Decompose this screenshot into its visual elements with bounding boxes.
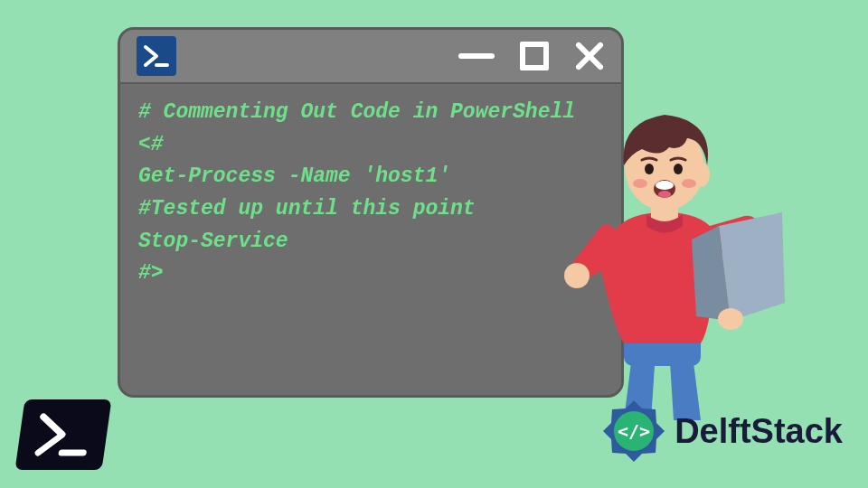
svg-point-6 <box>645 164 654 174</box>
delftstack-badge-icon: </> <box>600 398 667 465</box>
window-controls <box>458 41 605 71</box>
svg-point-8 <box>633 179 647 188</box>
svg-point-7 <box>674 164 683 174</box>
svg-point-12 <box>658 191 671 198</box>
svg-point-2 <box>564 263 590 288</box>
maximize-icon[interactable] <box>520 42 549 70</box>
svg-text:</>: </> <box>618 420 650 442</box>
window-titlebar <box>120 30 621 84</box>
svg-point-9 <box>682 179 696 188</box>
svg-point-11 <box>656 181 674 190</box>
close-icon[interactable] <box>574 41 605 71</box>
delftstack-brand: </> DelftStack <box>600 398 843 465</box>
powershell-icon <box>137 36 176 76</box>
powershell-logo-large <box>15 399 112 470</box>
delftstack-label: DelftStack <box>675 412 843 451</box>
svg-point-13 <box>718 308 743 330</box>
person-illustration <box>533 95 787 420</box>
minimize-icon[interactable] <box>458 53 495 59</box>
